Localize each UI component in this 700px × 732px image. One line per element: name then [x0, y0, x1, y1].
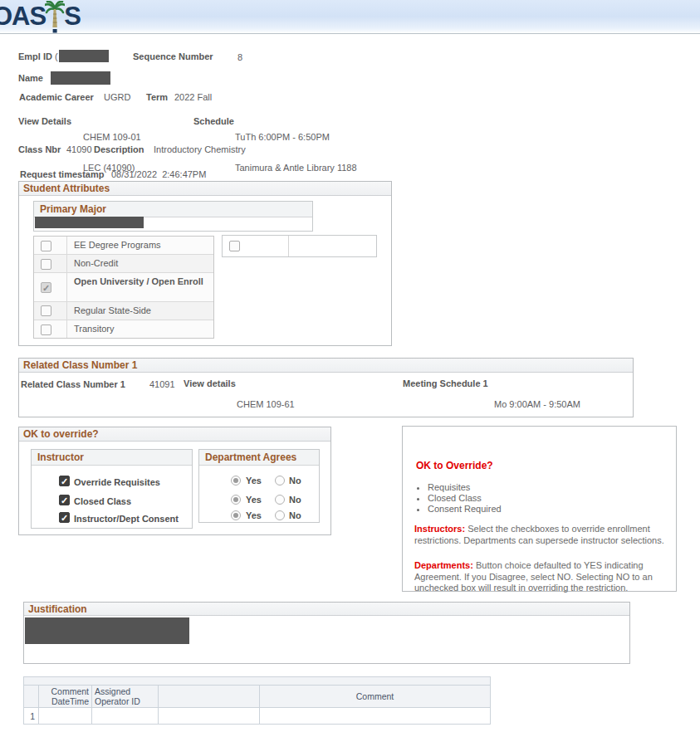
comments-table: Comment DateTime Assigned Operator ID Co…: [23, 676, 491, 725]
instructor-dept-consent-checkbox[interactable]: [59, 512, 70, 523]
attribute-checkbox: [41, 325, 51, 335]
comment-row: 1: [24, 708, 491, 725]
empl-id-paren: (: [55, 51, 58, 61]
comment-datetime-header: Comment DateTime: [39, 686, 92, 708]
bullet-item: Consent Required: [428, 504, 502, 515]
academic-career-label: Academic Career: [19, 92, 94, 102]
instructor-dept-consent-label: Instructor/Dept Consent: [74, 514, 179, 524]
attribute-label: Transitory: [67, 320, 213, 338]
no-radio[interactable]: [275, 510, 285, 520]
extra-attribute-checkbox: [229, 241, 240, 251]
logo-text-left: OAS: [0, 1, 46, 32]
no-label: No: [289, 495, 301, 505]
justification-redacted: [25, 617, 189, 644]
description-label: Description: [94, 144, 144, 154]
no-radio[interactable]: [275, 476, 285, 486]
request-timestamp-label: Request timestamp: [20, 169, 104, 179]
override-bullet-list: Requisites Closed Class Consent Required: [428, 482, 502, 515]
yes-radio[interactable]: [231, 495, 241, 505]
closed-class-checkbox[interactable]: [59, 495, 70, 505]
related-class-label: Related Class Number 1: [21, 379, 125, 389]
attribute-row: EE Degree Programs: [34, 237, 213, 255]
attribute-row: Transitory: [34, 320, 213, 338]
bullet-item: Requisites: [428, 482, 502, 493]
term-label: Term: [146, 92, 168, 102]
attribute-checkbox: [41, 241, 51, 251]
view-details-label: View Details: [18, 116, 71, 126]
sequence-number-value: 8: [237, 52, 242, 62]
meeting-schedule-label: Meeting Schedule 1: [403, 378, 488, 388]
schedule-label: Schedule: [193, 116, 234, 126]
yes-label: Yes: [246, 476, 262, 486]
primary-major-label: Primary Major: [34, 202, 312, 217]
related-class-title: Related Class Number 1: [19, 359, 633, 373]
row-number-header: [24, 686, 39, 708]
attribute-checkbox: [41, 305, 51, 316]
schedule-line1: TuTh 6:00PM - 6:50PM: [235, 132, 357, 143]
yes-label: Yes: [246, 510, 262, 520]
comments-table-topbar: [24, 677, 491, 686]
no-radio[interactable]: [275, 495, 285, 505]
name-label: Name: [18, 73, 43, 83]
student-attributes-title: Student Attributes: [19, 182, 391, 196]
override-requisites-label: Override Requisites: [74, 477, 160, 487]
ok-to-override-title: OK to override?: [19, 427, 330, 442]
attribute-label: Non-Credit: [67, 255, 213, 272]
related-view-details-label: View details: [184, 378, 236, 388]
yes-radio[interactable]: [231, 476, 241, 486]
justification-title: Justification: [24, 603, 629, 616]
logo-text-right: S: [64, 1, 81, 32]
attribute-label: Regular State-Side: [67, 302, 213, 320]
comment-cell: [260, 708, 491, 725]
closed-class-label: Closed Class: [74, 496, 131, 506]
palm-tree-icon: [45, 1, 65, 34]
blank-header: [159, 686, 260, 708]
yes-radio[interactable]: [231, 510, 241, 520]
sequence-number-label: Sequence Number: [133, 51, 213, 61]
attribute-checkbox: [41, 259, 51, 270]
related-class-line1: CHEM 109-61: [237, 399, 295, 410]
request-timestamp-value: 08/31/2022 2:46:47PM: [111, 169, 206, 179]
extra-attribute-box: [222, 235, 377, 257]
override-info-box: OK to Override? Requisites Closed Class …: [402, 426, 677, 592]
attribute-table: EE Degree Programs Non-Credit Open Unive…: [33, 236, 214, 339]
assigned-operator-cell: [92, 708, 159, 725]
departments-label: Departments:: [414, 560, 473, 570]
comment-datetime-cell: [39, 708, 92, 725]
attribute-label: Open University / Open Enroll: [67, 273, 213, 301]
no-label: No: [289, 476, 301, 486]
instructors-instructions: Instructors: Select the checkboxes to ov…: [414, 524, 670, 546]
schedule-line2: Tanimura & Antle Library 1188: [235, 163, 357, 173]
assigned-operator-header: Assigned Operator ID: [92, 686, 159, 708]
oasis-logo: OAS S: [0, 1, 81, 34]
enrollment-override-page: OAS S Empl ID: [0, 0, 700, 732]
attribute-label: EE Degree Programs: [67, 237, 213, 254]
comments-header-row: Comment DateTime Assigned Operator ID Co…: [24, 686, 491, 708]
attribute-row: Non-Credit: [34, 255, 213, 273]
comment-header: Comment: [260, 686, 491, 708]
attribute-row: Open University / Open Enroll: [34, 273, 213, 302]
description-value: Introductory Chemistry: [154, 144, 246, 154]
attribute-row: Regular State-Side: [34, 302, 213, 320]
row-number-cell: 1: [24, 708, 39, 725]
meeting-line1: Mo 9:00AM - 9:50AM: [494, 399, 594, 410]
empl-id-redacted: [59, 50, 109, 62]
name-redacted: [51, 71, 110, 85]
yes-label: Yes: [246, 495, 262, 505]
class-nbr-label: Class Nbr: [18, 144, 61, 154]
bullet-item: Closed Class: [428, 493, 502, 504]
page-header: OAS S: [0, 0, 700, 34]
class-nbr-value: 41090: [66, 144, 92, 154]
primary-major-redacted: [35, 217, 144, 228]
empl-id-label: Empl ID: [18, 51, 52, 61]
override-requisites-checkbox[interactable]: [59, 476, 70, 486]
class-line1: CHEM 109-01: [83, 132, 141, 143]
no-label: No: [289, 510, 301, 520]
attribute-checkbox: [41, 282, 51, 293]
departments-instructions: Departments: Button choice defaulted to …: [414, 560, 673, 594]
instructor-title: Instructor: [32, 450, 192, 466]
instructors-label: Instructors:: [414, 524, 465, 534]
academic-career-value: UGRD: [104, 92, 130, 102]
blank-cell: [159, 708, 260, 725]
info-box-title: OK to Override?: [416, 460, 493, 471]
